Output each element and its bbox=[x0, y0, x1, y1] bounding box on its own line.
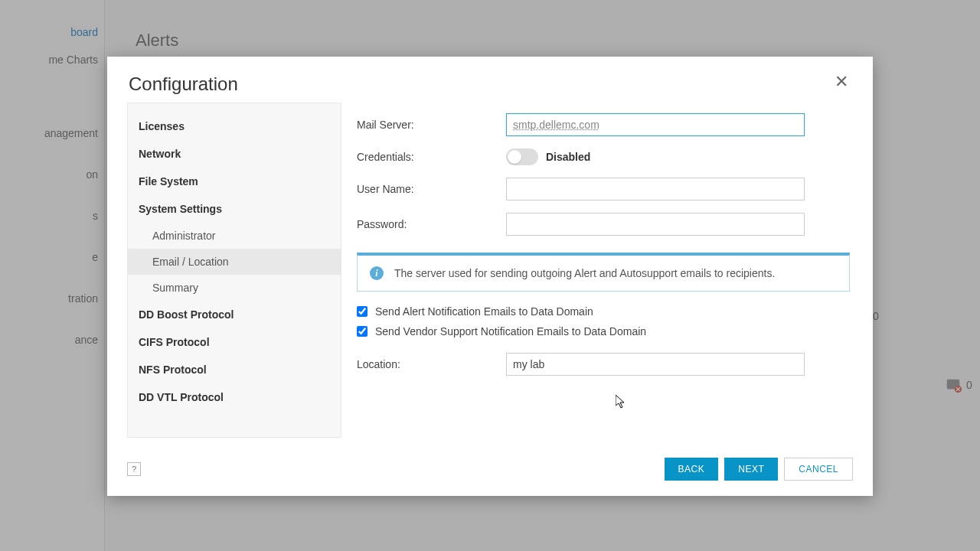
nav-system-settings[interactable]: System Settings bbox=[128, 195, 341, 223]
nav-cifs[interactable]: CIFS Protocol bbox=[128, 328, 341, 356]
help-button[interactable]: ? bbox=[127, 462, 141, 476]
credentials-label: Credentials: bbox=[357, 151, 506, 163]
nav-dd-boost[interactable]: DD Boost Protocol bbox=[128, 301, 341, 328]
back-button[interactable]: BACK bbox=[665, 458, 719, 481]
cancel-button[interactable]: CANCEL bbox=[784, 458, 853, 481]
checkbox-vendor-input[interactable] bbox=[357, 326, 368, 337]
close-icon: ✕ bbox=[835, 72, 848, 91]
nav-sub-summary[interactable]: Summary bbox=[128, 275, 341, 301]
mail-server-input[interactable] bbox=[506, 113, 805, 136]
credentials-status: Disabled bbox=[546, 151, 590, 163]
password-input[interactable] bbox=[506, 213, 805, 236]
password-label: Password: bbox=[357, 218, 506, 230]
username-label: User Name: bbox=[357, 183, 506, 195]
credentials-toggle[interactable] bbox=[506, 148, 538, 165]
wizard-nav: Licenses Network File System System Sett… bbox=[127, 103, 341, 438]
info-icon: i bbox=[370, 266, 384, 280]
nav-sub-administrator[interactable]: Administrator bbox=[128, 223, 341, 249]
location-input[interactable] bbox=[506, 353, 805, 376]
location-label: Location: bbox=[357, 358, 506, 370]
form-area: Mail Server: Credentials: Disabled User … bbox=[341, 103, 873, 438]
configuration-modal: Configuration ✕ Licenses Network File Sy… bbox=[107, 57, 873, 496]
checkbox-vendor-notifications[interactable]: Send Vendor Support Notification Emails … bbox=[357, 325, 850, 337]
modal-title: Configuration bbox=[129, 73, 238, 95]
next-button[interactable]: NEXT bbox=[724, 458, 778, 481]
checkbox-alert-label: Send Alert Notification Emails to Data D… bbox=[375, 305, 593, 318]
toggle-knob bbox=[508, 150, 521, 164]
nav-licenses[interactable]: Licenses bbox=[128, 112, 341, 140]
checkbox-alert-input[interactable] bbox=[357, 306, 368, 317]
nav-dd-vtl[interactable]: DD VTL Protocol bbox=[128, 383, 341, 411]
nav-file-system[interactable]: File System bbox=[128, 168, 341, 195]
info-box: i The server used for sending outgoing A… bbox=[357, 253, 850, 292]
mail-server-label: Mail Server: bbox=[357, 119, 506, 131]
checkbox-alert-notifications[interactable]: Send Alert Notification Emails to Data D… bbox=[357, 305, 850, 318]
username-input[interactable] bbox=[506, 178, 805, 201]
nav-network[interactable]: Network bbox=[128, 140, 341, 168]
info-text: The server used for sending outgoing Ale… bbox=[394, 267, 775, 279]
checkbox-vendor-label: Send Vendor Support Notification Emails … bbox=[375, 325, 646, 337]
close-button[interactable]: ✕ bbox=[831, 73, 851, 90]
nav-sub-email-location[interactable]: Email / Location bbox=[128, 249, 341, 275]
nav-nfs[interactable]: NFS Protocol bbox=[128, 356, 341, 383]
